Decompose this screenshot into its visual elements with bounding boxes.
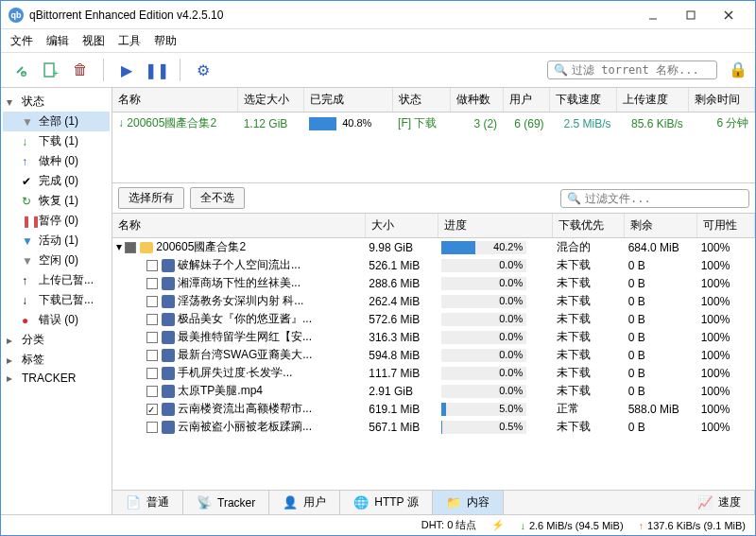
search-icon: 🔍 — [554, 63, 568, 77]
sidebar-item[interactable]: ●错误 (0) — [3, 310, 110, 330]
menu-help[interactable]: 帮助 — [154, 33, 177, 49]
add-link-button[interactable]: + — [9, 59, 31, 81]
tab[interactable]: 📡Tracker — [183, 491, 269, 514]
sidebar-item[interactable]: ↑上传已暂... — [3, 270, 110, 290]
menu-tools[interactable]: 工具 — [118, 33, 141, 49]
checkbox[interactable] — [146, 350, 158, 361]
column-header[interactable]: 剩余 — [625, 214, 697, 238]
maximize-button[interactable] — [672, 2, 710, 28]
checkbox[interactable] — [146, 386, 158, 397]
column-header[interactable]: 已完成 — [303, 88, 392, 112]
search-box[interactable]: 🔍 — [547, 61, 717, 79]
tab[interactable]: 👤用户 — [269, 491, 340, 514]
file-size: 619.1 MiB — [365, 400, 438, 418]
sidebar-item[interactable]: ✔完成 (0) — [3, 171, 110, 191]
file-row[interactable]: 云南楼资流出高额楼帮市...619.1 MiB5.0%正常588.0 MiB10… — [112, 400, 755, 418]
expand-icon[interactable]: ▾ — [116, 240, 122, 253]
file-row[interactable]: 淫荡教务女深圳内射 科...262.4 MiB0.0%未下载0 B100% — [112, 292, 755, 310]
column-header[interactable]: 上传速度 — [616, 88, 688, 112]
torrent-eta: 6 分钟 — [689, 112, 755, 135]
minimize-button[interactable] — [634, 2, 672, 28]
column-header[interactable]: 剩余时间 — [689, 88, 755, 112]
column-header[interactable]: 选定大小 — [238, 88, 304, 112]
sidebar-item[interactable]: ▾状态 — [3, 92, 110, 112]
file-row[interactable]: 最新台湾SWAG亚裔美大...594.8 MiB0.0%未下载0 B100% — [112, 346, 755, 364]
tab[interactable]: 📁内容 — [433, 491, 504, 514]
speed-limit-icon[interactable]: ⚡ — [491, 519, 505, 531]
torrent-status: [F] 下载 — [392, 112, 450, 135]
file-row[interactable]: 太原TP美腿.mp42.91 GiB0.0%未下载0 B100% — [112, 382, 755, 400]
checkbox[interactable] — [146, 260, 158, 271]
sidebar-item[interactable]: ▼空闲 (0) — [3, 251, 110, 270]
sidebar-item[interactable]: ▸标签 — [3, 350, 110, 370]
column-header[interactable]: 名称 — [112, 214, 365, 238]
column-header[interactable]: 下载优先 — [553, 214, 625, 238]
checkbox[interactable] — [146, 314, 158, 325]
file-row[interactable]: 最美推特留学生网红【安...316.3 MiB0.0%未下载0 B100% — [112, 328, 755, 346]
sidebar-item[interactable]: ▼全部 (1) — [3, 112, 110, 131]
column-header[interactable]: 进度 — [438, 214, 553, 238]
file-row[interactable]: 湘潭商场下性的丝袜美...288.6 MiB0.0%未下载0 B100% — [112, 274, 755, 292]
column-header[interactable]: 可用性 — [697, 214, 755, 238]
column-header[interactable]: 状态 — [392, 88, 450, 112]
add-file-button[interactable]: + — [39, 59, 61, 81]
menu-file[interactable]: 文件 — [10, 33, 33, 49]
lock-icon[interactable]: 🔒 — [729, 61, 747, 79]
settings-button[interactable]: ⚙ — [192, 59, 215, 81]
file-priority: 未下载 — [553, 346, 625, 364]
sidebar-item[interactable]: ↓下载 (1) — [3, 131, 110, 151]
torrent-row[interactable]: ↓ 200605國產合集21.12 GiB40.8%[F] 下载3 (2)6 (… — [112, 112, 755, 135]
sidebar-item[interactable]: ▸分类 — [3, 330, 110, 350]
checkbox[interactable] — [146, 422, 158, 433]
sidebar-item[interactable]: ▸TRACKER — [3, 370, 110, 387]
menu-edit[interactable]: 编辑 — [46, 33, 69, 49]
column-header[interactable]: 下载速度 — [550, 88, 617, 112]
tab-icon: 📁 — [446, 495, 461, 510]
file-progress: 0.0% — [438, 256, 553, 274]
tab[interactable]: 📄普通 — [112, 491, 183, 514]
file-row-root[interactable]: ▾ 200605國產合集29.98 GiB40.2%混合的684.0 MiB10… — [112, 238, 755, 257]
file-name: 最美推特留学生网红【安... — [112, 328, 365, 346]
tab[interactable]: 🌐HTTP 源 — [340, 491, 432, 514]
file-row[interactable]: 破解妹子个人空间流出...526.1 MiB0.0%未下载0 B100% — [112, 256, 755, 274]
file-size: 572.6 MiB — [365, 310, 438, 328]
close-button[interactable] — [710, 2, 747, 28]
file-priority: 未下载 — [553, 382, 625, 400]
delete-button[interactable]: 🗑 — [69, 59, 92, 81]
file-search-box[interactable]: 🔍 — [560, 189, 749, 208]
torrent-seeds: 3 (2) — [450, 112, 503, 135]
dht-status: DHT: 0 结点 — [421, 518, 477, 532]
select-none-button[interactable]: 全不选 — [190, 187, 245, 209]
sidebar-item[interactable]: ↑做种 (0) — [3, 151, 110, 171]
sidebar-item[interactable]: ▼活动 (1) — [3, 231, 110, 251]
file-search-input[interactable] — [585, 192, 743, 205]
sidebar-item[interactable]: ↻恢复 (1) — [3, 191, 110, 211]
file-row[interactable]: 手机屏失过度·长发学...111.7 MiB0.0%未下载0 B100% — [112, 364, 755, 382]
column-header[interactable]: 名称 — [112, 88, 238, 112]
sidebar-item[interactable]: ❚❚暂停 (0) — [3, 211, 110, 231]
file-size: 262.4 MiB — [365, 292, 438, 310]
file-row[interactable]: 极品美女『你的悠亚酱』...572.6 MiB0.0%未下载0 B100% — [112, 310, 755, 328]
checkbox[interactable] — [146, 404, 158, 415]
tab[interactable]: 📈速度 — [684, 491, 755, 514]
checkbox[interactable] — [146, 332, 158, 343]
pause-button[interactable]: ❚❚ — [146, 59, 168, 81]
column-header[interactable]: 用户 — [503, 88, 550, 112]
tab-icon: 📈 — [697, 495, 713, 510]
menu-view[interactable]: 视图 — [82, 33, 105, 49]
checkbox[interactable] — [125, 242, 136, 253]
column-header[interactable]: 做种数 — [450, 88, 503, 112]
search-input[interactable] — [572, 63, 716, 77]
select-all-button[interactable]: 选择所有 — [118, 187, 184, 209]
checkbox[interactable] — [146, 296, 158, 307]
upload-status: ↑137.6 KiB/s (9.1 MiB) — [639, 520, 746, 531]
sidebar-item[interactable]: ↓下载已暂... — [3, 290, 110, 310]
sidebar-label: 暂停 (0) — [39, 213, 78, 229]
column-header[interactable]: 大小 — [365, 214, 438, 238]
checkbox[interactable] — [146, 368, 158, 379]
svg-rect-1 — [687, 11, 695, 19]
resume-button[interactable]: ▶ — [115, 59, 138, 81]
sidebar: ▾状态▼全部 (1)↓下载 (1)↑做种 (0)✔完成 (0)↻恢复 (1)❚❚… — [1, 88, 112, 514]
file-row[interactable]: 云南被盗小丽被老板蹂躏...567.1 MiB0.5%未下载0 B100% — [112, 418, 755, 436]
checkbox[interactable] — [146, 278, 158, 289]
